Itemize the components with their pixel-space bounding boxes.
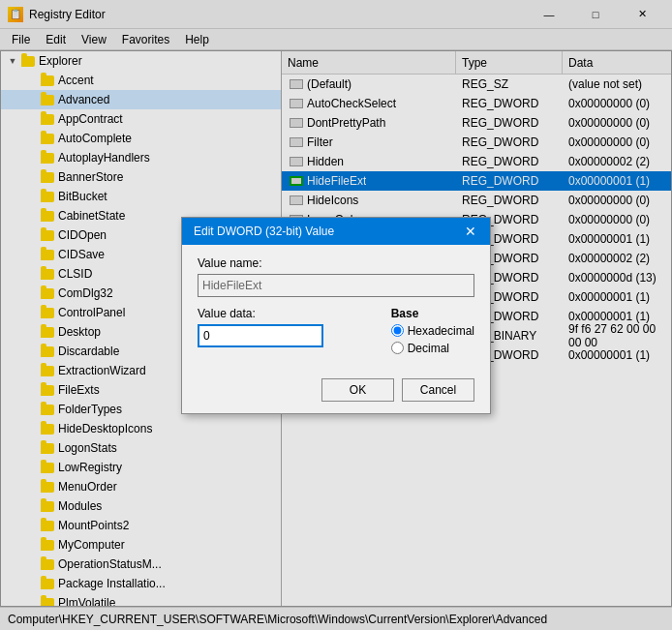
ok-button[interactable]: OK bbox=[321, 378, 394, 402]
radio-hexadecimal[interactable] bbox=[391, 324, 404, 337]
value-data-section: Value data: bbox=[198, 307, 323, 347]
radio-decimal[interactable] bbox=[391, 342, 404, 354]
modal-overlay: Edit DWORD (32-bit) Value ✕ Value name: … bbox=[0, 0, 672, 630]
base-section: Base Hexadecimal Decimal bbox=[391, 307, 474, 359]
dialog-buttons: OK Cancel bbox=[182, 371, 490, 413]
dialog-close-button[interactable]: ✕ bbox=[459, 220, 482, 243]
value-name-input[interactable] bbox=[198, 274, 474, 297]
radio-hexadecimal-label: Hexadecimal bbox=[408, 324, 474, 338]
dialog-body: Value name: Value data: Base Hexadecimal… bbox=[182, 245, 490, 371]
dialog-title-bar: Edit DWORD (32-bit) Value ✕ bbox=[182, 218, 490, 245]
cancel-button[interactable]: Cancel bbox=[402, 378, 474, 402]
value-name-label: Value name: bbox=[198, 256, 474, 270]
base-label: Base bbox=[391, 307, 474, 320]
dialog-title: Edit DWORD (32-bit) Value bbox=[194, 225, 334, 238]
radio-decimal-row: Decimal bbox=[391, 342, 474, 355]
edit-dword-dialog: Edit DWORD (32-bit) Value ✕ Value name: … bbox=[181, 217, 491, 414]
radio-hexadecimal-row: Hexadecimal bbox=[391, 324, 474, 338]
dialog-data-row: Value data: Base Hexadecimal Decimal bbox=[198, 307, 474, 359]
value-data-input[interactable] bbox=[198, 324, 323, 347]
value-data-label: Value data: bbox=[198, 307, 323, 320]
radio-decimal-label: Decimal bbox=[408, 342, 449, 355]
